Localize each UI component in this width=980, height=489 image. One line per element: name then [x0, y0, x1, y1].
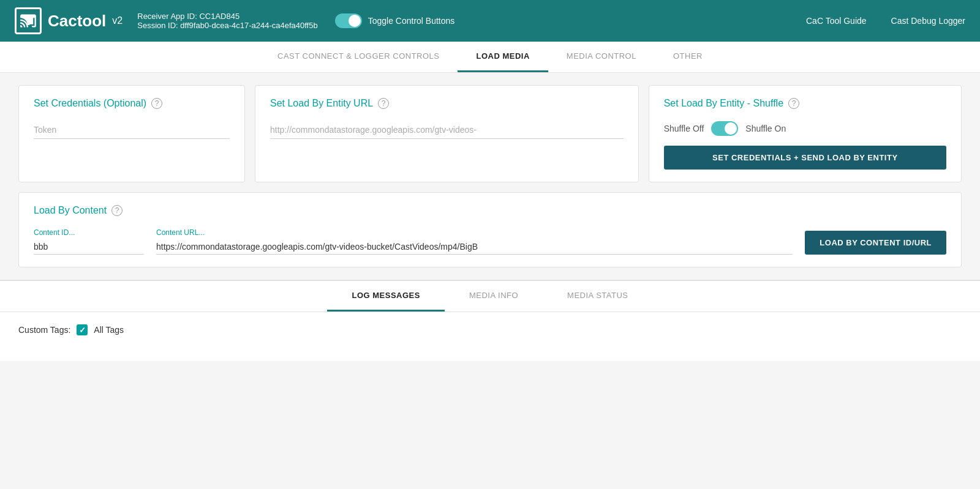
cast-debug-logger-link[interactable]: Cast Debug Logger — [891, 16, 965, 26]
tab-media-info[interactable]: MEDIA INFO — [445, 281, 543, 312]
app-name: Cactool — [48, 12, 106, 31]
main-tabs: CAST CONNECT & LOGGER CONTROLS LOAD MEDI… — [0, 42, 980, 73]
toggle-control-label: Toggle Control Buttons — [368, 16, 455, 26]
tab-media-status[interactable]: MEDIA STATUS — [543, 281, 652, 312]
content-id-field: Content ID... bbb — [34, 228, 144, 255]
tab-media-control[interactable]: MEDIA CONTROL — [548, 42, 655, 72]
toggle-control-switch[interactable] — [335, 13, 362, 28]
bottom-section: LOG MESSAGES MEDIA INFO MEDIA STATUS Cus… — [0, 280, 980, 361]
receiver-id-value: CC1AD845 — [199, 12, 239, 21]
shuffle-help-icon[interactable]: ? — [788, 98, 799, 109]
load-content-row: Content ID... bbb Content URL... https:/… — [34, 228, 946, 255]
shuffle-card-title: Set Load By Entity - Shuffle ? — [664, 98, 946, 109]
load-by-content-button[interactable]: LOAD BY CONTENT ID/URL — [805, 231, 946, 255]
session-id-line: Session ID: dff9fab0-dcea-4c17-a244-ca4e… — [137, 21, 317, 30]
shuffle-on-label: Shuffle On — [745, 124, 786, 133]
session-info: Receiver App ID: CC1AD845 Session ID: df… — [137, 12, 317, 30]
credentials-card-title: Set Credentials (Optional) ? — [34, 98, 230, 109]
all-tags-label: All Tags — [94, 325, 124, 335]
load-content-card: Load By Content ? Content ID... bbb Cont… — [18, 192, 962, 267]
shuffle-card: Set Load By Entity - Shuffle ? Shuffle O… — [649, 85, 962, 182]
load-content-card-title: Load By Content ? — [34, 205, 946, 216]
content-url-field: Content URL... https://commondatastorage… — [156, 228, 793, 255]
credentials-card: Set Credentials (Optional) ? — [18, 85, 245, 182]
token-input[interactable] — [34, 121, 230, 139]
toggle-control-section: Toggle Control Buttons — [335, 13, 455, 28]
session-id-value: dff9fab0-dcea-4c17-a244-ca4efa40ff5b — [180, 21, 317, 30]
cac-tool-guide-link[interactable]: CaC Tool Guide — [806, 16, 867, 26]
main-content: Set Credentials (Optional) ? Set Load By… — [0, 73, 980, 280]
bottom-content-area: Custom Tags: All Tags — [0, 312, 980, 361]
receiver-id-line: Receiver App ID: CC1AD845 — [137, 12, 317, 21]
content-url-label: Content URL... — [156, 228, 793, 237]
app-logo: Cactool v2 — [15, 7, 123, 34]
header-links: CaC Tool Guide Cast Debug Logger — [806, 16, 965, 26]
tab-load-media[interactable]: LOAD MEDIA — [458, 42, 548, 72]
tab-cast-connect[interactable]: CAST CONNECT & LOGGER CONTROLS — [259, 42, 458, 72]
entity-url-help-icon[interactable]: ? — [378, 98, 389, 109]
tab-log-messages[interactable]: LOG MESSAGES — [327, 281, 444, 312]
content-id-label: Content ID... — [34, 228, 144, 237]
shuffle-toggle-row: Shuffle Off Shuffle On — [664, 121, 946, 136]
tab-other[interactable]: OTHER — [655, 42, 721, 72]
custom-tags-label: Custom Tags: — [18, 325, 70, 335]
all-tags-checkbox[interactable] — [77, 324, 88, 335]
app-header: Cactool v2 Receiver App ID: CC1AD845 Ses… — [0, 0, 980, 42]
entity-url-card: Set Load By Entity URL ? — [255, 85, 639, 182]
credentials-help-icon[interactable]: ? — [151, 98, 162, 109]
set-credentials-send-load-button[interactable]: SET CREDENTIALS + SEND LOAD BY ENTITY — [664, 146, 946, 170]
cast-icon — [15, 7, 42, 34]
entity-url-card-title: Set Load By Entity URL ? — [270, 98, 624, 109]
bottom-tabs: LOG MESSAGES MEDIA INFO MEDIA STATUS — [0, 281, 980, 312]
cards-row: Set Credentials (Optional) ? Set Load By… — [18, 85, 962, 182]
content-url-value[interactable]: https://commondatastorage.googleapis.com… — [156, 239, 793, 255]
app-version: v2 — [112, 15, 123, 26]
custom-tags-row: Custom Tags: All Tags — [18, 324, 962, 335]
content-id-value[interactable]: bbb — [34, 239, 144, 255]
load-content-help-icon[interactable]: ? — [111, 205, 123, 216]
shuffle-off-label: Shuffle Off — [664, 124, 704, 133]
shuffle-toggle-switch[interactable] — [711, 121, 738, 136]
entity-url-input[interactable] — [270, 121, 624, 139]
